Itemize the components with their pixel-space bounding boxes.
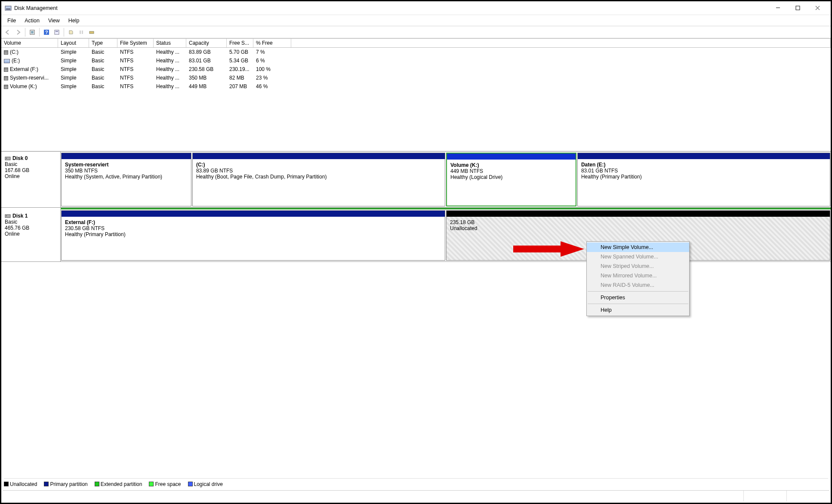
context-menu-separator [588, 291, 688, 292]
disk-type: Basic [5, 219, 57, 225]
volume-pctfree: 6 % [253, 57, 291, 64]
volume-name: Volume (K:) [1, 83, 58, 90]
partition-body: Daten (E:)83.01 GB NTFSHealthy (Primary … [578, 159, 830, 206]
disk-partitions: System-reserviert350 MB NTFSHealthy (Sys… [61, 152, 831, 207]
col-free-space[interactable]: Free S... [227, 39, 253, 47]
volume-layout: Simple [58, 66, 89, 73]
context-menu-item[interactable]: New Simple Volume... [587, 243, 689, 252]
disk-name: Disk 0 [5, 155, 57, 161]
volume-list-header[interactable]: Volume Layout Type File System Status Ca… [1, 38, 831, 48]
volume-layout: Simple [58, 83, 89, 90]
legend-freespace: Free space [149, 481, 181, 487]
partition-status: Healthy (Logical Drive) [450, 174, 572, 180]
volume-free: 207 MB [227, 83, 253, 90]
toolbar-button-1[interactable] [66, 28, 76, 37]
volume-name: (E:) [1, 57, 58, 64]
volume-name: External (F:) [1, 66, 58, 73]
svg-marker-19 [513, 241, 584, 257]
disk-meta[interactable]: Disk 1Basic465.76 GBOnline [1, 209, 61, 261]
volume-icon [4, 59, 10, 63]
legend-logical: Logical drive [188, 481, 223, 487]
help-button[interactable]: ? [42, 28, 51, 37]
partition-size: 449 MB NTFS [450, 168, 572, 174]
properties-button[interactable] [52, 28, 62, 37]
volume-row[interactable]: System-reservi...SimpleBasicNTFSHealthy … [1, 74, 831, 82]
svg-rect-15 [5, 157, 10, 160]
svg-rect-12 [80, 31, 81, 34]
refresh-button[interactable] [28, 28, 37, 37]
maximize-button[interactable] [788, 2, 807, 15]
volume-capacity: 230.58 GB [186, 66, 227, 73]
col-pct-free[interactable]: % Free [253, 39, 291, 47]
toolbar-button-2[interactable] [77, 28, 86, 37]
menu-help[interactable]: Help [64, 16, 84, 25]
volume-layout: Simple [58, 57, 89, 64]
partition[interactable]: Volume (K:)449 MB NTFSHealthy (Logical D… [446, 153, 576, 206]
minimize-button[interactable] [768, 2, 788, 15]
forward-button[interactable] [13, 28, 23, 37]
partition-status: Healthy (Primary Partition) [65, 231, 441, 237]
col-filesystem[interactable]: File System [117, 39, 154, 47]
volume-rows[interactable]: (C:)SimpleBasicNTFSHealthy ...83.89 GB5.… [1, 48, 831, 151]
context-menu-item[interactable]: Properties [587, 293, 689, 302]
volume-row[interactable]: Volume (K:)SimpleBasicNTFSHealthy ...449… [1, 82, 831, 91]
volume-capacity: 83.01 GB [186, 57, 227, 64]
partition-colorbar [62, 211, 445, 217]
partition[interactable]: Daten (E:)83.01 GB NTFSHealthy (Primary … [577, 153, 830, 206]
col-layout[interactable]: Layout [58, 39, 89, 47]
volume-icon [4, 85, 8, 89]
menu-view[interactable]: View [44, 16, 64, 25]
partition-size: 235.18 GB [450, 219, 826, 225]
disk-type: Basic [5, 161, 57, 167]
col-status[interactable]: Status [154, 39, 186, 47]
volume-fs: NTFS [117, 57, 154, 64]
menubar: File Action View Help [1, 15, 831, 26]
partition[interactable]: System-reserviert350 MB NTFSHealthy (Sys… [61, 153, 191, 206]
menu-action[interactable]: Action [20, 16, 44, 25]
volume-type: Basic [89, 66, 117, 73]
volume-row[interactable]: (E:)SimpleBasicNTFSHealthy ...83.01 GB5.… [1, 56, 831, 65]
svg-point-16 [6, 158, 7, 159]
toolbar-separator [25, 28, 25, 37]
volume-type: Basic [89, 74, 117, 81]
svg-rect-13 [82, 31, 83, 34]
partition[interactable]: (C:)83.89 GB NTFSHealthy (Boot, Page Fil… [192, 153, 445, 206]
svg-rect-0 [5, 6, 11, 10]
statusbar-pane [743, 491, 786, 501]
close-button[interactable] [807, 2, 827, 15]
volume-fs: NTFS [117, 49, 154, 55]
volume-status: Healthy ... [154, 74, 186, 81]
svg-rect-17 [5, 215, 10, 218]
context-menu-item: New Mirrored Volume... [587, 271, 689, 280]
col-volume[interactable]: Volume [1, 39, 58, 47]
svg-text:?: ? [45, 30, 48, 35]
volume-free: 230.19... [227, 66, 253, 73]
disk-status: Online [5, 173, 57, 179]
menu-file[interactable]: File [3, 16, 20, 25]
volume-layout: Simple [58, 74, 89, 81]
context-menu-item[interactable]: Help [587, 305, 689, 315]
legend-extended: Extended partition [95, 481, 142, 487]
partition-colorbar [578, 153, 830, 159]
volume-row[interactable]: (C:)SimpleBasicNTFSHealthy ...83.89 GB5.… [1, 48, 831, 56]
volume-pctfree: 46 % [253, 83, 291, 90]
toolbar-separator [39, 28, 40, 37]
titlebar: Disk Management [1, 1, 831, 15]
toolbar-button-3[interactable] [87, 28, 96, 37]
back-button[interactable] [3, 28, 12, 37]
volume-name: (C:) [1, 49, 58, 55]
volume-fs: NTFS [117, 66, 154, 73]
partition[interactable]: External (F:)230.58 GB NTFSHealthy (Prim… [61, 210, 445, 261]
col-type[interactable]: Type [89, 39, 117, 47]
svg-rect-3 [796, 6, 800, 10]
partition-size: 83.89 GB NTFS [196, 168, 441, 174]
volume-row[interactable]: External (F:)SimpleBasicNTFSHealthy ...2… [1, 65, 831, 74]
col-capacity[interactable]: Capacity [186, 39, 227, 47]
svg-rect-1 [6, 9, 10, 9]
partition-colorbar [447, 211, 830, 217]
disk-graphical-view: Disk 0Basic167.68 GBOnlineSystem-reservi… [1, 151, 831, 262]
context-menu-item: New Spanned Volume... [587, 252, 689, 261]
disk-meta[interactable]: Disk 0Basic167.68 GBOnline [1, 152, 61, 207]
partition-status: Unallocated [450, 225, 826, 231]
volume-free: 82 MB [227, 74, 253, 81]
